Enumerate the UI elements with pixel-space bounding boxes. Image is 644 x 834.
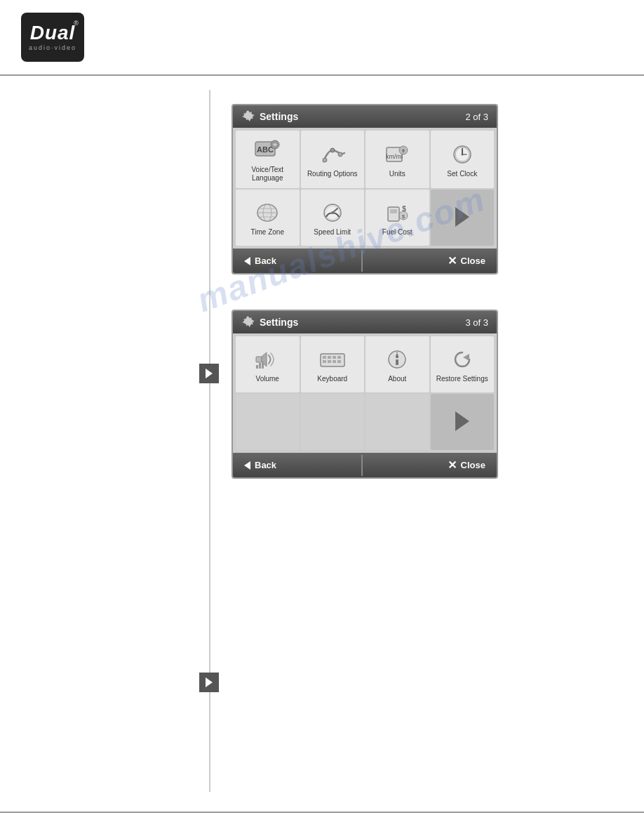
svg-rect-33 bbox=[262, 362, 264, 369]
settings-item-empty-1 bbox=[236, 394, 300, 450]
logo-text: Dual bbox=[30, 23, 76, 43]
svg-point-4 bbox=[323, 158, 327, 162]
svg-point-23 bbox=[331, 211, 334, 214]
svg-rect-36 bbox=[328, 356, 331, 359]
svg-text:$: $ bbox=[402, 213, 405, 220]
footer-divider-1 bbox=[361, 251, 363, 272]
close-x-icon-2: ✕ bbox=[448, 458, 457, 472]
close-x-icon-1: ✕ bbox=[448, 254, 457, 267]
settings-header-left-2: Settings bbox=[241, 315, 298, 329]
keyboard-label: Keyboard bbox=[317, 375, 347, 383]
timezone-label: Time Zone bbox=[251, 228, 284, 237]
about-icon: i bbox=[383, 347, 411, 372]
page-header: ® Dual audio·video bbox=[0, 0, 644, 76]
settings-item-next-arrow[interactable] bbox=[431, 190, 495, 246]
svg-rect-30 bbox=[256, 357, 262, 362]
settings-item-voice-text[interactable]: ABC Voice/TextLanguage bbox=[236, 131, 300, 188]
sidebar-arrow-mid[interactable] bbox=[199, 364, 219, 383]
voice-text-icon: ABC bbox=[253, 138, 281, 163]
close-button-2[interactable]: ✕ Close bbox=[436, 453, 497, 477]
svg-point-5 bbox=[338, 152, 342, 157]
svg-rect-38 bbox=[337, 356, 341, 359]
about-label: About bbox=[388, 375, 406, 383]
settings-page-1: 2 of 3 bbox=[465, 112, 488, 122]
svg-rect-42 bbox=[337, 360, 341, 363]
arrow-right-icon-2 bbox=[206, 677, 213, 687]
speed-limit-label: Speed Limit bbox=[314, 228, 351, 237]
close-label-1: Close bbox=[461, 256, 485, 266]
footer-divider-2 bbox=[361, 455, 363, 476]
back-arrow-icon-2 bbox=[244, 461, 250, 470]
svg-rect-37 bbox=[333, 356, 336, 359]
next-arrow-icon bbox=[448, 204, 476, 230]
svg-marker-47 bbox=[463, 354, 469, 361]
settings-header-1: Settings 2 of 3 bbox=[233, 105, 497, 128]
settings-header-left-1: Settings bbox=[241, 110, 298, 124]
left-sidebar bbox=[0, 90, 210, 792]
svg-point-6 bbox=[330, 148, 335, 152]
svg-rect-25 bbox=[390, 209, 397, 213]
svg-rect-41 bbox=[333, 360, 336, 363]
settings-title-2: Settings bbox=[260, 317, 298, 328]
fuel-cost-icon: $ $ bbox=[383, 200, 411, 225]
settings-item-volume[interactable]: Volume bbox=[236, 336, 300, 392]
restore-icon bbox=[448, 347, 476, 372]
timezone-icon bbox=[253, 200, 281, 225]
settings-item-next-arrow-2[interactable] bbox=[431, 394, 495, 450]
settings-footer-1: Back ✕ Close bbox=[233, 249, 497, 273]
settings-panel-2: Settings 3 of 3 bbox=[232, 310, 498, 479]
brand-logo: ® Dual audio·video bbox=[21, 13, 84, 62]
page-footer-line bbox=[0, 812, 644, 813]
keyboard-icon bbox=[318, 347, 347, 372]
back-label-2: Back bbox=[255, 460, 276, 470]
fuel-cost-label: Fuel Cost bbox=[382, 228, 412, 237]
settings-title-1: Settings bbox=[260, 111, 298, 122]
back-button-1[interactable]: Back bbox=[233, 250, 288, 272]
settings-footer-2: Back ✕ Close bbox=[233, 453, 497, 477]
gear-icon-1 bbox=[241, 110, 255, 124]
svg-rect-45 bbox=[396, 359, 398, 365]
gear-icon-2 bbox=[241, 315, 255, 329]
settings-page-2: 3 of 3 bbox=[465, 317, 488, 328]
settings-item-fuel-cost[interactable]: $ $ Fuel Cost bbox=[365, 190, 429, 246]
svg-rect-32 bbox=[259, 363, 261, 369]
right-content: manualshive.com Settings 2 of 3 bbox=[210, 90, 644, 792]
set-clock-label: Set Clock bbox=[447, 170, 477, 178]
back-label-1: Back bbox=[255, 256, 276, 266]
settings-item-routing[interactable]: Routing Options bbox=[301, 131, 365, 188]
settings-item-units[interactable]: km/mi Units bbox=[365, 131, 429, 188]
logo-subtitle: audio·video bbox=[29, 44, 76, 51]
speed-limit-icon bbox=[318, 200, 347, 225]
next-arrow-icon-2 bbox=[448, 409, 476, 434]
settings-item-keyboard[interactable]: Keyboard bbox=[301, 336, 365, 392]
svg-rect-46 bbox=[396, 355, 398, 358]
settings-grid-1: ABC Voice/TextLanguage bbox=[233, 128, 497, 249]
svg-rect-39 bbox=[323, 360, 326, 363]
settings-grid-2: Volume bbox=[233, 333, 497, 453]
routing-label: Routing Options bbox=[307, 170, 358, 178]
settings-item-timezone[interactable]: Time Zone bbox=[236, 190, 300, 246]
units-label: Units bbox=[389, 170, 405, 178]
svg-rect-31 bbox=[256, 365, 258, 369]
voice-text-label: Voice/TextLanguage bbox=[251, 166, 283, 183]
settings-panel-1: Settings 2 of 3 ABC bbox=[232, 104, 498, 274]
settings-item-set-clock[interactable]: Set Clock bbox=[431, 131, 495, 188]
volume-icon bbox=[253, 347, 281, 372]
back-arrow-icon-1 bbox=[244, 257, 250, 265]
set-clock-icon bbox=[448, 142, 476, 167]
volume-label: Volume bbox=[256, 375, 279, 383]
settings-item-speed-limit[interactable]: Speed Limit bbox=[301, 190, 365, 246]
registered-mark: ® bbox=[74, 20, 79, 27]
sidebar-arrow-bottom[interactable] bbox=[199, 673, 219, 692]
routing-icon bbox=[318, 142, 347, 167]
settings-item-restore[interactable]: Restore Settings bbox=[431, 336, 495, 392]
units-icon: km/mi bbox=[383, 142, 411, 167]
close-button-1[interactable]: ✕ Close bbox=[436, 249, 497, 273]
svg-point-14 bbox=[461, 154, 463, 156]
main-content: manualshive.com Settings 2 of 3 bbox=[0, 76, 644, 806]
back-button-2[interactable]: Back bbox=[233, 454, 288, 476]
settings-item-empty-3 bbox=[365, 394, 429, 450]
settings-item-empty-2 bbox=[301, 394, 365, 450]
restore-label: Restore Settings bbox=[436, 375, 488, 383]
settings-item-about[interactable]: i About bbox=[365, 336, 429, 392]
